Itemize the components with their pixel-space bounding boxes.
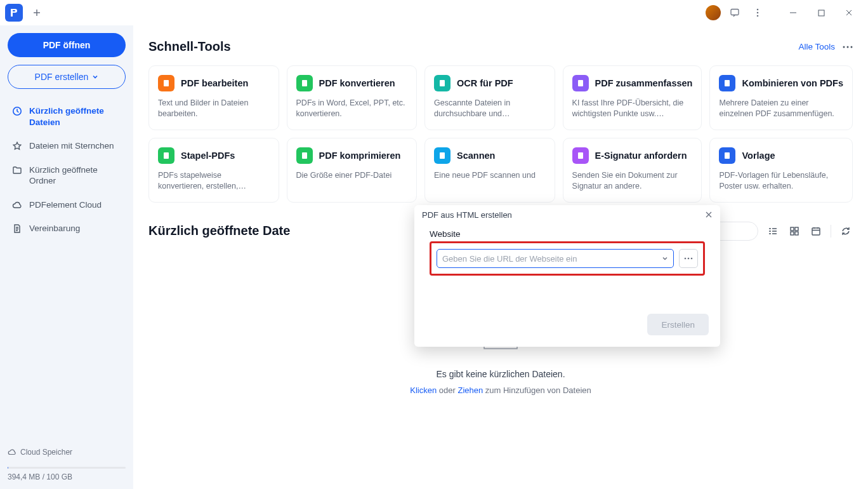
tool-desc: Text und Bilder in Dateien bearbeiten. [158, 98, 270, 119]
window-minimize[interactable] [779, 3, 807, 23]
tool-card[interactable]: PDF konvertieren PDFs in Word, Excel, PP… [287, 65, 418, 130]
document-icon [11, 224, 23, 234]
dialog-title: PDF aus HTML erstellen [422, 210, 512, 220]
nav-label: Dateien mit Sternchen [29, 140, 114, 152]
tool-title: PDF zusammenfassen [595, 78, 693, 88]
sidebar: PDF öffnen PDF erstellen Kürzlich geöffn… [0, 25, 133, 489]
svg-point-2 [757, 12, 759, 14]
svg-rect-12 [578, 80, 583, 86]
chevron-down-icon [92, 74, 98, 80]
folder-icon [11, 165, 23, 175]
svg-rect-9 [164, 80, 169, 86]
separator [831, 225, 831, 238]
chat-icon[interactable] [726, 4, 744, 22]
tool-icon [434, 147, 450, 164]
nav-recent-files[interactable]: Kürzlich geöffnete Dateien [8, 99, 126, 134]
kebab-menu-icon[interactable] [749, 4, 766, 22]
list-view-icon[interactable] [766, 224, 780, 238]
tool-card[interactable]: PDF komprimieren Die Größe einer PDF-Dat… [287, 138, 418, 203]
url-input-wrap[interactable] [437, 249, 674, 268]
calendar-icon[interactable] [809, 224, 823, 238]
all-tools-link[interactable]: Alle Tools [798, 42, 835, 51]
tool-desc: PDF-Vorlagen für Lebensläufe, Poster usw… [719, 170, 843, 192]
svg-point-7 [847, 46, 849, 48]
tool-title: PDF komprimieren [319, 151, 401, 161]
tool-desc: Senden Sie ein Dokument zur Signatur an … [572, 170, 693, 192]
tool-title: Stapel-PDFs [181, 151, 235, 161]
click-link[interactable]: Klicken [410, 385, 437, 395]
tool-icon [572, 147, 589, 164]
tool-title: Scannen [457, 151, 495, 161]
window-close[interactable] [835, 3, 863, 23]
tool-card[interactable]: PDF zusammenfassen KI fasst Ihre PDF-Übe… [563, 65, 702, 130]
create-pdf-from-html-dialog: PDF aus HTML erstellen Website Erstellen [414, 205, 720, 347]
cloud-icon [11, 200, 23, 210]
empty-message: Es gibt keine kürzlichen Dateien. [148, 369, 853, 379]
nav-cloud[interactable]: PDFelement Cloud [8, 193, 126, 217]
svg-rect-20 [791, 227, 794, 231]
nav-agreement[interactable]: Vereinbarung [8, 217, 126, 241]
chevron-down-icon[interactable] [662, 255, 668, 262]
nav-starred-files[interactable]: Dateien mit Sternchen [8, 134, 126, 158]
svg-rect-24 [812, 228, 820, 235]
tool-card[interactable]: Stapel-PDFs PDFs stapelweise konvertiere… [148, 138, 279, 203]
titlebar [0, 0, 868, 25]
svg-point-27 [691, 258, 693, 260]
user-avatar[interactable] [706, 5, 721, 20]
nav-recent-folders[interactable]: Kürzlich geöffnete Ordner [8, 158, 126, 193]
tool-title: E-Signatur anfordern [595, 151, 687, 161]
sync-icon[interactable] [839, 224, 853, 238]
svg-rect-23 [795, 232, 798, 235]
quick-tools-heading: Schnell-Tools [148, 39, 231, 54]
storage-text: 394,4 MB / 100 GB [8, 472, 126, 481]
svg-rect-15 [302, 152, 307, 159]
svg-rect-10 [302, 80, 307, 86]
svg-rect-13 [725, 80, 730, 86]
tool-title: PDF bearbeiten [181, 78, 248, 88]
svg-rect-22 [791, 232, 794, 235]
create-pdf-label: PDF erstellen [35, 72, 89, 82]
drag-link[interactable]: Ziehen [457, 385, 483, 395]
tool-card[interactable]: OCR für PDF Gescannte Dateien in durchsu… [424, 65, 555, 130]
tool-card[interactable]: Kombinieren von PDFs Mehrere Dateien zu … [709, 65, 853, 130]
svg-rect-0 [731, 10, 739, 15]
tool-desc: Eine neue PDF scannen und [434, 170, 546, 181]
tool-desc: KI fasst Ihre PDF-Übersicht, die wichtig… [572, 98, 693, 119]
open-pdf-button[interactable]: PDF öffnen [8, 33, 126, 57]
tool-title: Kombinieren von PDFs [742, 78, 843, 88]
create-pdf-button[interactable]: PDF erstellen [8, 65, 126, 89]
grid-view-icon[interactable] [787, 224, 801, 238]
website-field-label: Website [430, 229, 705, 239]
tool-card[interactable]: E-Signatur anfordern Senden Sie ein Doku… [563, 138, 702, 203]
tool-title: Vorlage [742, 151, 775, 161]
tool-icon [296, 75, 313, 91]
recent-files-heading: Kürzlich geöffnete Date [148, 224, 290, 238]
tool-desc: PDFs in Word, Excel, PPT, etc. konvertie… [296, 98, 408, 119]
svg-rect-17 [578, 152, 583, 159]
tool-icon [719, 75, 735, 91]
highlighted-region [430, 241, 705, 276]
storage-bar [8, 467, 126, 469]
more-icon[interactable] [843, 46, 853, 48]
tool-desc: Gescannte Dateien in durchsuchbare und b… [434, 98, 546, 119]
clock-icon [11, 106, 23, 116]
tool-card[interactable]: PDF bearbeiten Text und Bilder in Dateie… [148, 65, 279, 130]
new-tab-button[interactable] [28, 4, 46, 22]
tool-icon [158, 147, 174, 164]
tool-icon [719, 147, 735, 164]
window-maximize[interactable] [807, 3, 835, 23]
svg-rect-14 [164, 152, 169, 159]
svg-rect-16 [440, 152, 445, 159]
cloud-storage-link[interactable]: Cloud Speicher [8, 448, 126, 457]
nav-label: Vereinbarung [29, 223, 80, 234]
sidebar-nav: Kürzlich geöffnete Dateien Dateien mit S… [8, 99, 126, 440]
tool-card[interactable]: Scannen Eine neue PDF scannen und [424, 138, 555, 203]
tool-desc: Mehrere Dateien zu einer einzelnen PDF z… [719, 98, 843, 119]
tool-card[interactable]: Vorlage PDF-Vorlagen für Lebensläufe, Po… [709, 138, 853, 203]
url-input[interactable] [442, 254, 662, 264]
sidebar-footer: Cloud Speicher 394,4 MB / 100 GB [8, 440, 126, 481]
create-button[interactable]: Erstellen [647, 314, 709, 335]
dialog-close-button[interactable] [705, 211, 713, 218]
more-options-button[interactable] [679, 249, 698, 268]
svg-point-8 [851, 46, 853, 48]
